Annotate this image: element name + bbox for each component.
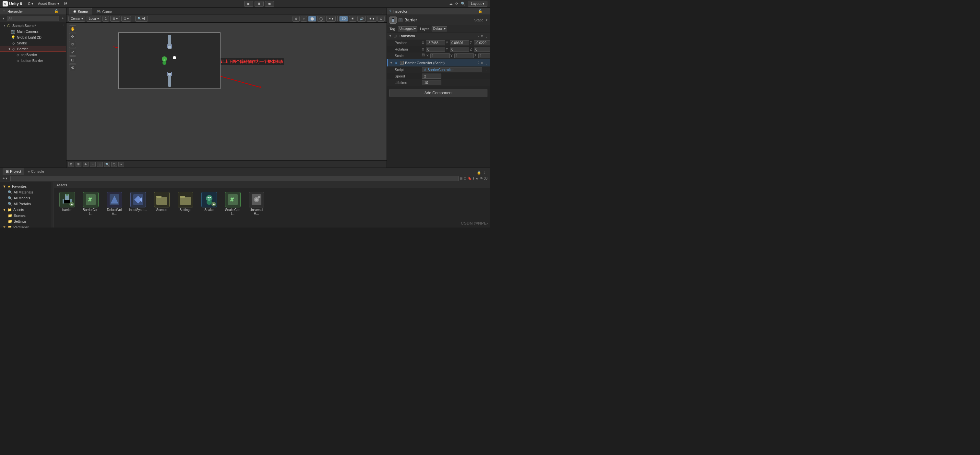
transform-settings-icon[interactable]: ⚙ [480,34,484,38]
project-info-icon[interactable]: ℹ [473,177,474,180]
center-dropdown[interactable]: Center ▾ [68,16,85,22]
rot-z-field[interactable]: 0 [474,47,490,52]
script-goto-icon[interactable]: → [484,68,487,71]
script-active-checkbox[interactable]: ✓ [400,61,404,65]
hierarchy-lock-icon[interactable]: 🔒 [54,9,59,13]
sidebar-item-all-materials[interactable]: 🔍 All Materials [0,189,52,195]
object-active-checkbox[interactable]: ✓ [399,18,402,22]
bottom-tool-5[interactable]: ◇ [97,162,103,167]
project-menu-icon[interactable]: ⋮ [482,170,486,175]
hierarchy-add-button[interactable]: ▾ [1,16,5,21]
search-icon-top[interactable]: 🔍 [461,2,465,6]
scene-panel-menu[interactable]: ⋮ [380,10,384,14]
list-item[interactable]: ◇ bottomBarrier [0,58,66,63]
rot-y-field[interactable]: 0 [450,47,469,52]
sidebar-item-scenes[interactable]: 📁 Scenes [0,212,52,219]
project-filter-icon[interactable]: ⊡ [464,177,466,180]
sidebar-item-all-prefabs[interactable]: 🔍 All Prefabs [0,201,52,207]
gizmo-btn-3[interactable]: ◯ [317,16,325,22]
asset-universal-renderer[interactable]: UniversalR... [246,190,267,217]
bottom-tool-4[interactable]: ○ [90,162,95,167]
local-dropdown[interactable]: Local ▾ [87,16,102,22]
asset-scenes-folder[interactable]: Scenes [151,190,172,217]
inspector-menu-icon[interactable]: ⋮ [484,9,487,13]
asset-store-menu[interactable]: Asset Store ▾ [36,1,61,6]
add-icon[interactable]: + ▾ [3,176,8,181]
history-icon[interactable]: ⟳ [455,2,458,6]
transform-help-icon[interactable]: ? [477,34,479,38]
list-item[interactable]: ◇ Snake [0,40,66,46]
pos-x-field[interactable]: -3.7488 [426,40,445,45]
layout-button[interactable]: Layout ▾ [468,1,487,7]
bottom-tool-3[interactable]: ⊕ [83,162,89,167]
script-help-icon[interactable]: ? [477,61,479,65]
hierarchy-menu-icon[interactable]: ⋮ [60,9,64,13]
bottom-tool-8[interactable]: ✶ [118,162,124,167]
grid-value-btn[interactable]: 1 [102,16,109,22]
hierarchy-search-button[interactable]: + [60,16,65,21]
scene-tab[interactable]: ◉ Scene [69,8,92,14]
bottom-tool-7[interactable]: ⬡ [111,162,117,167]
asset-barrier[interactable]: ▶ barrier [56,190,78,217]
c-menu[interactable]: C ▾ [26,1,35,6]
hand-tool-icon[interactable]: ✋ [69,25,76,32]
console-tab[interactable]: ≡ Console [24,168,47,175]
2d-toggle[interactable]: 2D [339,16,348,22]
add-component-button[interactable]: Add Component [390,89,487,97]
project-bookmark-icon[interactable]: 🔖 [468,177,471,180]
move-tool-icon[interactable]: ✛ [69,33,76,40]
gizmo-btn-2[interactable]: ○ [301,16,307,22]
asset-input-system[interactable]: InputSyste... [127,190,148,217]
scene-viewport[interactable]: 给Barrier添加向左移动的脚本，让上下两个障碍物作为一个整体移动 [67,23,387,160]
hierarchy-search-input[interactable] [7,16,59,21]
transform-header[interactable]: ▼ ⊞ Transform ? ⚙ ⋮ [387,32,490,40]
list-item[interactable]: ◇ topBarrier [0,52,66,58]
asset-snake-controller[interactable]: # SnakeCont... [222,190,243,217]
scale-tool-icon[interactable]: ⤢ [69,49,76,56]
bottom-tool-1[interactable]: ⊡ [68,162,74,167]
barrier-controller-header[interactable]: ▼ # ✓ Barrier Controller (Script) ? ⚙ ⋮ [387,59,490,67]
tag-dropdown[interactable]: Untagged ▾ [398,26,417,32]
view-toggle[interactable]: ⊡ ▾ [121,16,131,22]
project-lock-icon[interactable]: 🔒 [477,170,481,175]
lighting-toggle[interactable]: ☀ [349,16,356,22]
asset-settings-folder[interactable]: Settings [175,190,196,217]
scale-y-field[interactable]: 1 [454,53,474,58]
script-settings-icon[interactable]: ⚙ [480,61,484,65]
scale-z-field[interactable]: 1 [478,53,490,58]
asset-snake[interactable]: ▶ Snake [199,190,220,217]
bottom-tool-2[interactable]: ⊞ [76,162,81,167]
asset-barrier-controller[interactable]: # BarrierCont... [80,190,101,217]
asset-default-volume[interactable]: DefaultVolu... [104,190,125,217]
layer-dropdown[interactable]: Default ▾ [432,26,447,32]
project-tab[interactable]: ⊞ Project [3,168,24,175]
pos-z-field[interactable]: -0.0229 [474,40,490,45]
project-star-icon[interactable]: ★ [476,177,478,180]
sidebar-item-settings[interactable]: 📁 Settings [0,219,52,224]
gizmo-btn-1[interactable]: ⊕ [293,16,300,22]
speed-value-field[interactable]: 2 [422,74,441,79]
rect-tool-icon[interactable]: ⊡ [69,56,76,63]
script-menu-icon[interactable]: ⋮ [485,61,488,65]
render-mode-btn[interactable]: ⬤ [308,16,316,22]
project-search-opts[interactable]: ⊞ [460,177,463,180]
transform-tool-icon[interactable]: ⟲ [69,64,76,71]
lifetime-value-field[interactable]: 10 [422,80,441,85]
list-item[interactable]: 💡 Global Light 2D [0,34,66,40]
search-all-btn[interactable]: 🔍 All [135,16,148,22]
sidebar-item-packages[interactable]: ▼ 📁 Packages [0,224,52,227]
grid-toggle[interactable]: ⊞ ▾ [110,16,120,22]
script-value-field[interactable]: # BarrierController [422,67,482,72]
list-item[interactable]: 📷 Main Camera [0,29,66,34]
game-tab[interactable]: 🎮 Game [92,8,116,14]
sidebar-item-favorites[interactable]: ▼ ★ Favorites [0,184,52,189]
static-dropdown-icon[interactable]: ▾ [486,18,487,22]
gizmos-toggle[interactable]: ⊙ [377,16,385,22]
play-button[interactable]: ▶ [244,1,253,7]
rotate-tool-icon[interactable]: ↻ [69,41,76,48]
effects-toggle[interactable]: ✦ ▾ [367,16,377,22]
scale-x-field[interactable]: 1 [430,53,450,58]
inspector-lock-icon[interactable]: 🔒 [478,9,482,13]
rot-x-field[interactable]: 0 [426,47,445,52]
project-search-input[interactable] [10,176,458,181]
